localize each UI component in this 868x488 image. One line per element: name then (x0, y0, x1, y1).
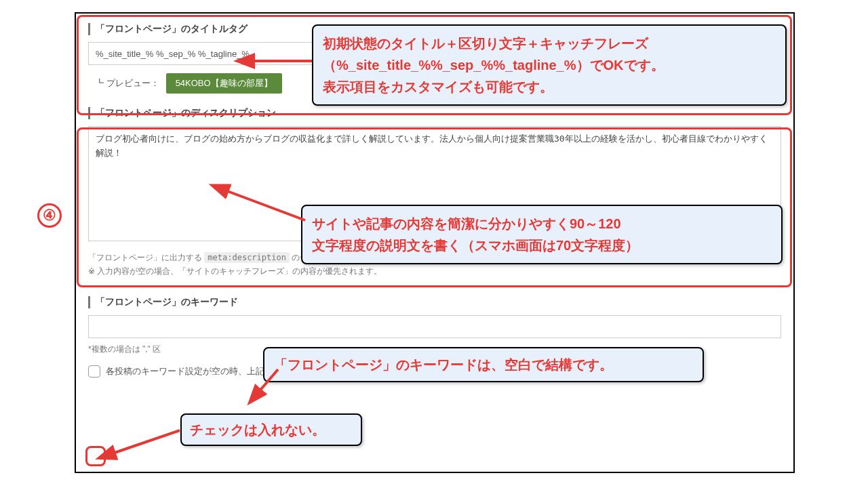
callout-checkbox: チェックは入れない。 (180, 413, 362, 446)
c4-text: チェックは入れない。 (190, 422, 326, 437)
svg-line-1 (224, 190, 305, 220)
arrow-2 (217, 183, 312, 230)
callout-keywords: 「フロントページ」のキーワードは、空白で結構です。 (263, 347, 704, 382)
preview-badge: 54KOBO【趣味の部屋】 (166, 73, 282, 94)
arrow-3 (251, 366, 298, 400)
c1-close: ）でOKです。 (576, 58, 665, 73)
callout-title-tag: 初期状態のタイトル＋区切り文字＋キャッチフレーズ （%_site_title_%… (312, 24, 787, 106)
output-same-keywords-checkbox[interactable] (88, 365, 100, 378)
callout-description: サイトや記事の内容を簡潔に分かりやすく90～120 文字程度の説明文を書く（スマ… (301, 205, 783, 264)
keywords-input[interactable] (88, 315, 781, 338)
c1-open: （ (323, 58, 336, 73)
c1-line2: （%_site_title_%%_sep_%%_tagline_%）でOKです。 (323, 54, 776, 76)
preview-label: ┗ プレビュー： (95, 77, 159, 89)
c1-line3: 表示項目をカスタマイズも可能です。 (323, 76, 776, 98)
hint-prefix: 「フロントページ」に出力する (88, 253, 204, 262)
c3-text: 「フロントページ」のキーワードは、空白で結構です。 (274, 357, 613, 372)
c1-line1: 初期状態のタイトル＋区切り文字＋キャッチフレーズ (323, 33, 776, 54)
hint-code1: meta:description (204, 252, 290, 263)
svg-line-3 (111, 430, 180, 454)
section3-heading: 「フロントページ」のキーワード (88, 296, 781, 308)
step-badge: ④ (37, 203, 62, 228)
c1-code: %_site_title_%%_sep_%%_tagline_% (336, 58, 576, 73)
svg-line-2 (258, 369, 278, 393)
step-number: ④ (43, 207, 56, 224)
section2-heading: 「フロントページ」のディスクリプション (88, 107, 781, 119)
c2-line2: 文字程度の説明文を書く（スマホ画面は70文字程度） (312, 235, 772, 256)
c2-line1: サイトや記事の内容を簡潔に分かりやすく90～120 (312, 213, 772, 235)
hint-line2: ※ 入力内容が空の場合、「サイトのキャッチフレーズ」の内容が優先されます。 (88, 266, 382, 276)
arrow-1 (244, 41, 319, 68)
arrow-4 (105, 427, 186, 461)
